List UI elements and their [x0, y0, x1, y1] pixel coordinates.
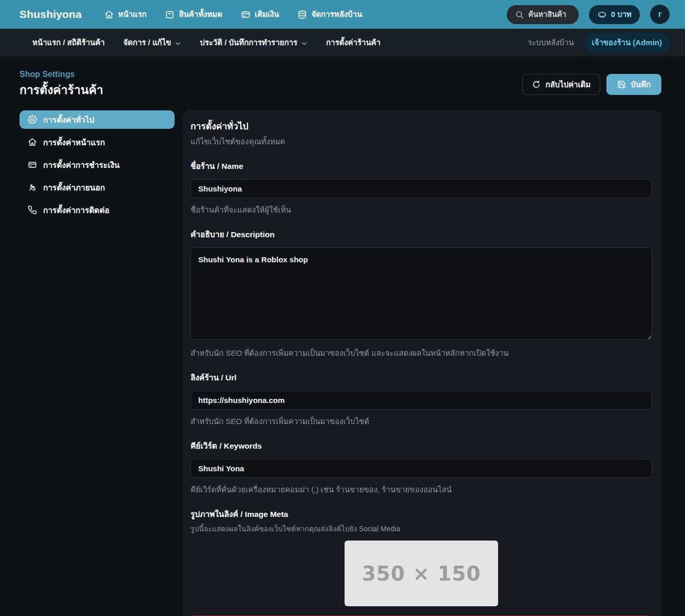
topnav-topup-label: เติมเงิน	[255, 8, 279, 21]
subnav-manage-label: จัดการ / แก้ไข	[123, 36, 171, 49]
description-field[interactable]: Shushi Yona is a Roblox shop	[191, 247, 652, 340]
sidebar-item-label: การตั้งค่าทั่วไป	[43, 113, 94, 126]
credit-card-icon	[28, 160, 37, 169]
bag-icon	[165, 10, 175, 20]
subnav-shop-settings[interactable]: การตั้งค่าร้านค้า	[318, 32, 388, 53]
search-icon	[515, 10, 524, 19]
subnav-shop-settings-label: การตั้งค่าร้านค้า	[326, 36, 380, 49]
name-field[interactable]	[191, 179, 652, 198]
sidebar-item-label: การตั้งค่าหน้าแรก	[43, 136, 105, 149]
description-help: สำหรับนัก SEO ที่ต้องการเพิ่มความเป็นมาข…	[191, 347, 652, 359]
save-button-label: บันทึก	[631, 79, 651, 91]
balance-label: 0 บาท	[611, 8, 632, 21]
subnav-history[interactable]: ประวัติ / บันทึกการทำรายการ	[192, 32, 315, 53]
phone-icon	[28, 205, 37, 215]
image-meta-label: รูปภาพในลิงค์ / Image Meta	[191, 508, 652, 521]
topnav-products-label: สินค้าทั้งหมด	[179, 8, 222, 21]
shop-settings-page: Shop Settings การตั้งค่าร้านค้า กลับไปค่…	[0, 56, 685, 616]
chevron-down-icon	[175, 40, 181, 47]
reset-button[interactable]: กลับไปค่าเดิม	[522, 74, 600, 95]
brand-logo[interactable]: Shushiyona	[20, 8, 82, 21]
page-eyebrow: Shop Settings	[20, 70, 103, 79]
gear-icon	[28, 115, 37, 124]
image-placeholder-text: 350 × 150	[362, 562, 481, 585]
topnav-topup[interactable]: เติมเงิน	[234, 4, 286, 25]
url-label: ลิงค์ร้าน / Url	[191, 371, 652, 384]
sidebar-item-homepage-settings[interactable]: การตั้งค่าหน้าแรก	[20, 133, 175, 151]
home-icon	[28, 138, 37, 147]
balance-button[interactable]: 0 บาท	[589, 5, 640, 24]
name-help: ชื่อร้านค้าที่จะแสดงให้ผู้ใช้เห็น	[191, 204, 652, 216]
admin-navbar: หน้าแรก / สถิติร้านค้า จัดการ / แก้ไข ปร…	[0, 29, 685, 56]
refresh-icon	[532, 80, 541, 89]
sidebar-item-label: การตั้งค่าการชำระเงิน	[43, 159, 120, 171]
avatar-initial: r	[658, 10, 661, 19]
topnav-home[interactable]: หน้าแรก	[97, 4, 154, 25]
chevron-down-icon	[301, 40, 308, 47]
subnav-dashboard-label: หน้าแรก / สถิติร้านค้า	[32, 36, 105, 49]
sidebar-item-label: การตั้งค่าการติดต่อ	[43, 204, 109, 217]
topnav-home-label: หน้าแรก	[118, 8, 146, 21]
subnav-dashboard[interactable]: หน้าแรก / สถิติร้านค้า	[25, 32, 112, 53]
sidebar-item-contact-settings[interactable]: การตั้งค่าการติดต่อ	[20, 201, 175, 219]
reset-button-label: กลับไปค่าเดิม	[545, 79, 591, 91]
database-icon	[297, 10, 307, 20]
search-input[interactable]	[528, 10, 570, 18]
general-settings-card: การตั้งค่าทั่วไป แก้ไขเว็บไซต์ของคุณทั้ง…	[183, 110, 661, 616]
top-navbar: Shushiyona หน้าแรก สินค้าทั้งหมด เติมเงิ…	[0, 0, 685, 29]
keywords-help: คีย์เวิร์ดที่คั่นด้วยเครื่องหมายคอมม่า (…	[191, 484, 652, 496]
page-title: การตั้งค่าร้านค้า	[20, 81, 103, 99]
settings-sidebar: การตั้งค่าทั่วไป การตั้งค่าหน้าแรก การตั…	[20, 110, 175, 219]
description-label: คำอธิบาย / Description	[191, 228, 652, 241]
url-help: สำหรับนัก SEO ที่ต้องการเพิ่มความเป็นมาข…	[191, 415, 652, 428]
role-badge: เจ้าของร้าน (Admin)	[584, 33, 670, 52]
home-icon	[104, 10, 114, 20]
avatar[interactable]: r	[650, 5, 670, 24]
topnav-products[interactable]: สินค้าทั้งหมด	[158, 4, 230, 25]
keywords-label: คีย์เวิร์ด / Keywords	[191, 439, 652, 452]
plug-icon	[28, 183, 37, 192]
sidebar-item-general-settings[interactable]: การตั้งค่าทั่วไป	[20, 110, 175, 129]
subnav-manage[interactable]: จัดการ / แก้ไข	[116, 32, 189, 53]
credit-card-icon	[241, 10, 251, 20]
topnav-backoffice-label: จัดการหลังบ้าน	[311, 8, 362, 21]
topnav-backoffice[interactable]: จัดการหลังบ้าน	[290, 4, 369, 25]
sidebar-item-payment-settings[interactable]: การตั้งค่าการชำระเงิน	[20, 156, 175, 174]
subnav-history-label: ประวัติ / บันทึกการทำรายการ	[200, 36, 297, 49]
search-box[interactable]	[507, 5, 579, 24]
backoffice-system-label: ระบบหลังบ้าน	[528, 36, 574, 49]
keywords-field[interactable]	[191, 459, 652, 478]
image-meta-subtitle: รูปนี้จะแสดงผลในลิงค์ของเว็บไซต์หากคุณส่…	[191, 523, 652, 534]
url-field[interactable]	[191, 391, 652, 410]
name-label: ชื่อร้าน / Name	[191, 160, 652, 172]
save-icon	[617, 80, 626, 89]
section-title: การตั้งค่าทั่วไป	[191, 119, 652, 133]
save-button[interactable]: บันทึก	[606, 74, 661, 95]
image-meta-preview: 350 × 150	[345, 541, 498, 606]
sidebar-item-external-settings[interactable]: การตั้งค่าภายนอก	[20, 178, 175, 197]
sidebar-item-label: การตั้งค่าภายนอก	[43, 181, 105, 194]
coin-icon	[597, 10, 607, 20]
section-subtitle: แก้ไขเว็บไซต์ของคุณทั้งหมด	[191, 136, 652, 148]
page-header: Shop Settings การตั้งค่าร้านค้า กลับไปค่…	[20, 70, 661, 99]
